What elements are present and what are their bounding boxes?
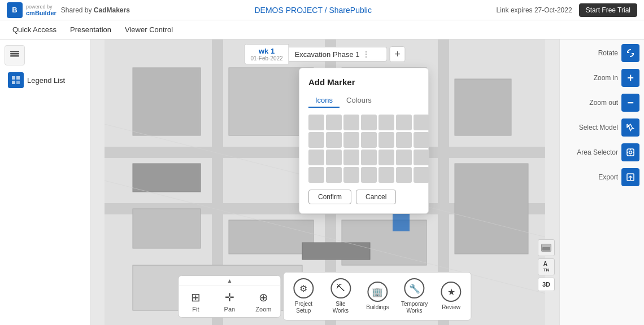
icon-cell[interactable]	[361, 150, 377, 165]
zoom-in-tool: Zoom in +	[594, 69, 639, 87]
nav-quick-access[interactable]: Quick Access	[7, 22, 62, 37]
zoom-out-tool: Zoom out −	[589, 94, 639, 112]
icon-cell[interactable]	[343, 115, 359, 130]
cancel-button[interactable]: Cancel	[356, 190, 396, 204]
zoom-in-button[interactable]: +	[621, 69, 639, 87]
left-sidebar: Legend List	[0, 39, 90, 325]
layers-icon	[9, 50, 20, 61]
icon-cell[interactable]	[326, 150, 342, 165]
icon-cell[interactable]	[343, 150, 359, 165]
zoom-tool[interactable]: ⊕ Zoom	[246, 286, 280, 317]
export-button[interactable]	[621, 168, 639, 186]
site-works-tool[interactable]: ⛏ Site Works	[322, 275, 359, 318]
icon-cell[interactable]	[308, 132, 324, 148]
area-selector-label: Area Selector	[577, 148, 618, 156]
icon-cell[interactable]	[326, 167, 342, 183]
export-tool: Export	[598, 168, 639, 186]
bottom-toolbar: ▲ ⊞ Fit ✛ Pan ⊕ Zoom	[178, 272, 471, 320]
icon-cell[interactable]	[396, 150, 412, 165]
pan-tool[interactable]: ✛ Pan	[212, 286, 246, 317]
project-setup-tool[interactable]: ⚙ ProjectSetup	[286, 275, 321, 318]
pan-label: Pan	[224, 306, 236, 313]
zoom-label: Zoom	[255, 306, 271, 313]
svg-rect-3	[12, 76, 15, 80]
icon-cell[interactable]	[414, 150, 429, 165]
project-setup-icon: ⚙	[293, 278, 314, 298]
icon-cell[interactable]	[361, 167, 377, 183]
temporary-works-icon: 🔧	[404, 278, 425, 298]
zoom-out-button[interactable]: −	[621, 94, 639, 112]
review-icon: ★	[441, 282, 462, 302]
logo-area: B powered by cmBuilder	[7, 2, 56, 18]
icon-cell[interactable]	[378, 115, 394, 130]
svg-rect-0	[10, 53, 19, 55]
add-marker-dialog: Add Marker Icons Colours	[299, 68, 429, 214]
icon-cell[interactable]	[308, 150, 324, 165]
icon-cell[interactable]	[343, 132, 359, 148]
buildings-label: Buildings	[366, 304, 389, 311]
temporary-works-label: TemporaryWorks	[401, 301, 428, 314]
review-tool[interactable]: ★ Review	[434, 275, 469, 318]
select-model-tool: Select Model	[579, 118, 639, 137]
week-bar: wk 1 01-Feb-2022 Excavation Phase 1 ⋮ +	[244, 44, 405, 64]
icon-cell[interactable]	[396, 132, 412, 148]
3d-toggle[interactable]: 3D	[538, 278, 555, 291]
thumbnail-button[interactable]	[538, 239, 555, 256]
add-phase-button[interactable]: +	[390, 46, 406, 62]
fit-tool[interactable]: ⊞ Fit	[179, 286, 212, 317]
tab-icons[interactable]: Icons	[308, 94, 340, 108]
icon-cell[interactable]	[308, 115, 324, 130]
week-box: wk 1 01-Feb-2022	[244, 44, 289, 64]
icon-cell[interactable]	[378, 167, 394, 183]
sidebar-icon-button[interactable]	[5, 45, 25, 65]
svg-point-33	[629, 151, 632, 154]
icon-cell[interactable]	[396, 167, 412, 183]
main-area: Legend List	[0, 39, 644, 325]
icon-cell[interactable]	[396, 115, 412, 130]
export-label: Export	[598, 173, 618, 181]
icon-cell[interactable]	[361, 132, 377, 148]
temporary-works-tool[interactable]: 🔧 TemporaryWorks	[396, 275, 432, 318]
svg-rect-19	[229, 220, 314, 254]
zoom-out-label: Zoom out	[589, 99, 618, 107]
start-trial-button[interactable]: Start Free Trial	[579, 3, 637, 17]
zoom-in-label: Zoom in	[594, 74, 618, 82]
north-indicator[interactable]: ATN	[538, 258, 555, 275]
phase-menu-button[interactable]: ⋮	[362, 50, 370, 59]
phase-name: Excavation Phase 1	[295, 50, 360, 59]
project-path: DEMOS PROJECT / SharePublic	[254, 6, 371, 15]
icon-cell[interactable]	[326, 132, 342, 148]
header-right: Link expires 27-Oct-2022 Start Free Tria…	[497, 3, 637, 17]
icon-cell[interactable]	[308, 167, 324, 183]
tab-colours[interactable]: Colours	[340, 94, 378, 108]
basic-tools: ▲ ⊞ Fit ✛ Pan ⊕ Zoom	[178, 275, 281, 318]
shared-by: Shared by CadMakers	[61, 6, 130, 14]
nav-viewer-control[interactable]: Viewer Control	[119, 22, 179, 37]
select-model-label: Select Model	[579, 124, 618, 131]
icon-cell[interactable]	[361, 115, 377, 130]
svg-rect-17	[133, 164, 201, 192]
icon-cell[interactable]	[414, 115, 429, 130]
icon-cell[interactable]	[326, 115, 342, 130]
icon-cell[interactable]	[414, 167, 429, 183]
rotate-button[interactable]	[621, 44, 639, 62]
icon-cell[interactable]	[343, 167, 359, 183]
rotate-tool: Rotate	[598, 44, 639, 62]
buildings-icon: 🏢	[367, 282, 388, 302]
nav-presentation[interactable]: Presentation	[64, 22, 117, 37]
legend-list-item[interactable]: Legend List	[5, 70, 85, 90]
dialog-actions: Confirm Cancel	[308, 190, 419, 204]
collapse-arrow[interactable]: ▲	[179, 276, 280, 286]
icon-cell[interactable]	[414, 132, 429, 148]
select-model-button[interactable]	[621, 118, 639, 137]
area-selector-button[interactable]	[621, 143, 639, 161]
zoom-icon: ⊕	[259, 291, 268, 304]
link-expires: Link expires 27-Oct-2022	[497, 6, 572, 14]
map-corner-tools: ATN 3D	[538, 239, 555, 291]
confirm-button[interactable]: Confirm	[308, 190, 351, 204]
svg-rect-1	[10, 55, 19, 57]
icon-cell[interactable]	[378, 150, 394, 165]
icon-cell[interactable]	[378, 132, 394, 148]
buildings-tool[interactable]: 🏢 Buildings	[360, 275, 395, 318]
svg-rect-13	[133, 68, 201, 135]
